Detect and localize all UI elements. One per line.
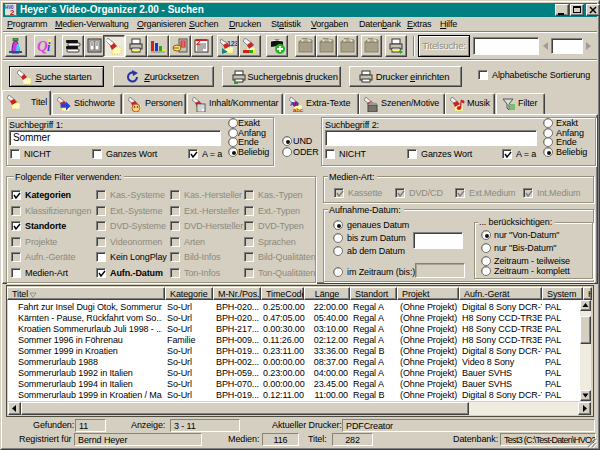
svg-text:2: 2 (196, 38, 201, 47)
svg-text:i: i (47, 40, 51, 54)
svg-text:AB: AB (290, 101, 299, 107)
svg-text:abc: abc (293, 107, 304, 112)
